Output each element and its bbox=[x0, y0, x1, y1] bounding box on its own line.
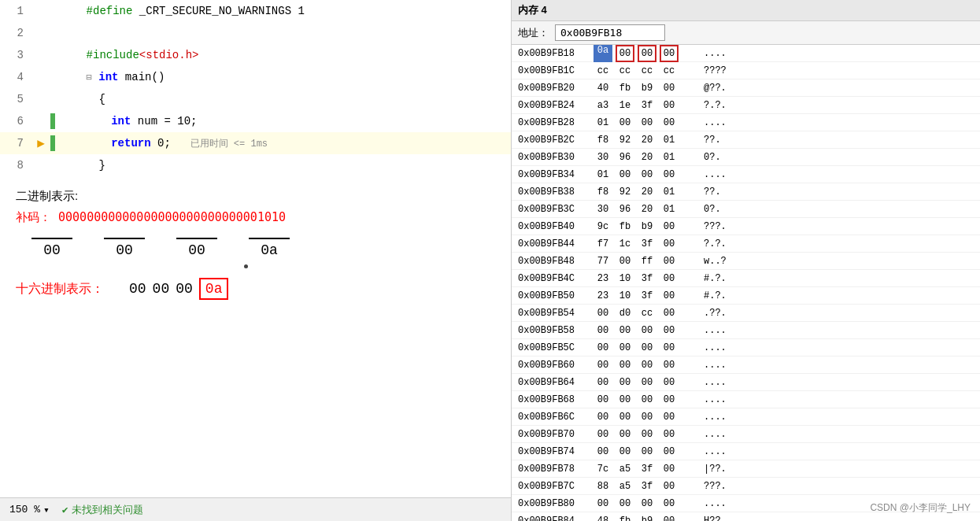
mem-byte[interactable]: a3 bbox=[594, 100, 612, 111]
mem-byte[interactable]: 00 bbox=[660, 221, 679, 232]
mem-byte[interactable]: 00 bbox=[660, 412, 679, 423]
mem-byte[interactable]: 00 bbox=[616, 377, 634, 388]
mem-byte[interactable]: 01 bbox=[660, 204, 679, 215]
mem-byte[interactable]: 00 bbox=[660, 100, 679, 111]
mem-byte[interactable]: 00 bbox=[594, 342, 612, 353]
mem-byte[interactable]: 3f bbox=[638, 464, 656, 475]
mem-byte[interactable]: 00 bbox=[638, 446, 656, 457]
mem-byte[interactable]: 00 bbox=[616, 256, 634, 267]
mem-byte[interactable]: 00 bbox=[660, 498, 679, 509]
mem-byte[interactable]: fb bbox=[616, 221, 634, 232]
mem-byte[interactable]: 01 bbox=[660, 187, 679, 198]
mem-byte[interactable]: 3f bbox=[638, 481, 656, 492]
mem-byte[interactable]: 00 bbox=[616, 498, 634, 509]
mem-byte[interactable]: 00 bbox=[594, 429, 612, 440]
mem-byte[interactable]: 92 bbox=[616, 187, 634, 198]
mem-byte[interactable]: ff bbox=[638, 256, 656, 267]
mem-byte[interactable]: 3f bbox=[638, 238, 656, 249]
mem-byte[interactable]: cc bbox=[638, 308, 656, 319]
mem-byte[interactable]: 00 bbox=[638, 429, 656, 440]
mem-byte[interactable]: a5 bbox=[616, 464, 634, 475]
mem-byte[interactable]: 20 bbox=[638, 204, 656, 215]
mem-byte[interactable]: 96 bbox=[616, 152, 634, 163]
mem-byte[interactable]: 00 bbox=[594, 360, 612, 371]
mem-byte[interactable]: 00 bbox=[594, 412, 612, 423]
mem-byte[interactable]: 00 bbox=[594, 498, 612, 509]
mem-byte[interactable]: 00 bbox=[616, 325, 634, 336]
mem-byte[interactable]: 00 bbox=[638, 117, 656, 128]
mem-byte[interactable]: 00 bbox=[660, 446, 679, 457]
mem-byte[interactable]: 00 bbox=[660, 377, 679, 388]
mem-byte[interactable]: 00 bbox=[594, 394, 612, 405]
mem-byte[interactable]: 20 bbox=[638, 135, 656, 146]
mem-byte[interactable]: 00 bbox=[660, 464, 679, 475]
mem-byte[interactable]: d0 bbox=[616, 308, 634, 319]
mem-byte[interactable]: 00 bbox=[638, 325, 656, 336]
mem-byte[interactable]: 9c bbox=[594, 221, 612, 232]
mem-byte[interactable]: 00 bbox=[638, 412, 656, 423]
mem-byte[interactable]: 00 bbox=[616, 429, 634, 440]
mem-byte[interactable]: f7 bbox=[594, 238, 612, 249]
mem-byte[interactable]: 3f bbox=[638, 290, 656, 301]
mem-byte[interactable]: f8 bbox=[594, 187, 612, 198]
mem-byte[interactable]: 0a bbox=[594, 45, 612, 62]
mem-byte[interactable]: 00 bbox=[660, 83, 679, 94]
mem-byte[interactable]: 23 bbox=[594, 273, 612, 284]
mem-byte[interactable]: 30 bbox=[594, 152, 612, 163]
mem-byte[interactable]: 00 bbox=[660, 169, 679, 180]
mem-byte[interactable]: b9 bbox=[638, 83, 656, 94]
mem-byte[interactable]: 96 bbox=[616, 204, 634, 215]
mem-byte[interactable]: 00 bbox=[594, 308, 612, 319]
mem-byte[interactable]: 00 bbox=[660, 429, 679, 440]
mem-byte[interactable]: 3f bbox=[638, 100, 656, 111]
mem-byte[interactable]: 00 bbox=[638, 169, 656, 180]
mem-byte[interactable]: 10 bbox=[616, 290, 634, 301]
mem-byte[interactable]: 30 bbox=[594, 204, 612, 215]
mem-byte[interactable]: 77 bbox=[594, 256, 612, 267]
mem-byte[interactable]: 7c bbox=[594, 464, 612, 475]
mem-byte[interactable]: 3f bbox=[638, 273, 656, 284]
mem-byte[interactable]: 00 bbox=[616, 412, 634, 423]
mem-byte[interactable]: 1e bbox=[616, 100, 634, 111]
mem-byte[interactable]: 20 bbox=[638, 187, 656, 198]
mem-byte[interactable]: 00 bbox=[660, 290, 679, 301]
mem-byte[interactable]: cc bbox=[616, 65, 634, 76]
address-input[interactable] bbox=[555, 24, 665, 41]
mem-byte[interactable]: 00 bbox=[616, 360, 634, 371]
mem-byte[interactable]: fb bbox=[616, 83, 634, 94]
zoom-control[interactable]: 150 % ▾ bbox=[9, 504, 50, 516]
mem-byte[interactable]: f8 bbox=[594, 135, 612, 146]
mem-byte[interactable]: 00 bbox=[594, 446, 612, 457]
mem-byte[interactable]: 00 bbox=[638, 342, 656, 353]
mem-byte[interactable]: 10 bbox=[616, 273, 634, 284]
mem-byte[interactable]: 00 bbox=[638, 498, 656, 509]
mem-byte[interactable]: 40 bbox=[594, 83, 612, 94]
mem-byte[interactable]: 00 bbox=[616, 169, 634, 180]
mem-byte[interactable]: 00 bbox=[594, 325, 612, 336]
mem-byte[interactable]: b9 bbox=[638, 221, 656, 232]
mem-byte[interactable]: 00 bbox=[594, 377, 612, 388]
mem-byte[interactable]: fb bbox=[616, 515, 634, 522]
mem-byte[interactable]: 00 bbox=[638, 377, 656, 388]
mem-byte[interactable]: 1c bbox=[616, 238, 634, 249]
mem-byte[interactable]: b9 bbox=[638, 515, 656, 522]
zoom-dropdown-icon[interactable]: ▾ bbox=[43, 504, 50, 516]
mem-byte[interactable]: 01 bbox=[594, 117, 612, 128]
mem-byte[interactable]: cc bbox=[660, 65, 679, 76]
mem-byte[interactable]: 01 bbox=[660, 152, 679, 163]
mem-byte[interactable]: 00 bbox=[616, 342, 634, 353]
mem-byte[interactable]: 00 bbox=[660, 515, 679, 522]
mem-byte[interactable]: 00 bbox=[660, 117, 679, 128]
mem-byte[interactable]: 00 bbox=[616, 446, 634, 457]
mem-byte[interactable]: 00 bbox=[660, 308, 679, 319]
mem-byte[interactable]: 92 bbox=[616, 135, 634, 146]
mem-byte[interactable]: a5 bbox=[616, 481, 634, 492]
mem-byte[interactable]: 00 bbox=[660, 45, 679, 62]
mem-byte[interactable]: cc bbox=[638, 65, 656, 76]
mem-byte[interactable]: 00 bbox=[638, 45, 656, 62]
mem-byte[interactable]: 00 bbox=[660, 360, 679, 371]
mem-byte[interactable]: 88 bbox=[594, 481, 612, 492]
mem-byte[interactable]: 01 bbox=[660, 135, 679, 146]
mem-byte[interactable]: 00 bbox=[660, 394, 679, 405]
mem-byte[interactable]: 00 bbox=[660, 273, 679, 284]
